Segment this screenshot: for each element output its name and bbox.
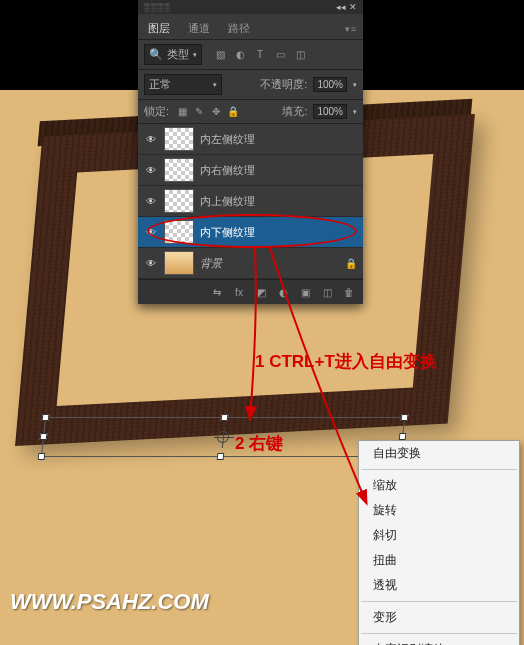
adjustment-layer-icon[interactable]: ◐ <box>275 284 291 300</box>
opacity-label: 不透明度: <box>260 77 307 92</box>
free-transform-bounds[interactable] <box>41 417 405 457</box>
panel-menu-icon[interactable]: ▾≡ <box>345 24 357 34</box>
chevron-down-icon: ▾ <box>193 51 197 59</box>
trash-icon[interactable]: 🗑 <box>341 284 357 300</box>
chevron-down-icon[interactable]: ▾ <box>353 108 357 116</box>
filter-kind-select[interactable]: 🔍 类型 ▾ <box>144 44 202 65</box>
lock-trans-icon[interactable]: ▦ <box>175 105 189 119</box>
visibility-eye-icon[interactable]: 👁 <box>144 134 158 145</box>
filter-smart-icon[interactable]: ◫ <box>292 47 308 63</box>
panel-drag-bar[interactable]: ░░░░ ◂◂ ✕ <box>138 0 363 14</box>
transform-handle-tl[interactable] <box>42 414 50 421</box>
context-menu-item[interactable]: 扭曲 <box>359 548 519 573</box>
transform-context-menu: 自由变换缩放旋转斜切扭曲透视变形内容识别缩放操控变形旋转 180 度 <box>358 440 520 645</box>
tab-paths[interactable]: 路径 <box>224 18 254 39</box>
layer-thumbnail[interactable] <box>164 158 194 182</box>
lock-row: 锁定: ▦ ✎ ✥ 🔒 填充: 100% ▾ <box>138 100 363 124</box>
context-menu-item[interactable]: 旋转 <box>359 498 519 523</box>
layer-list: 👁内左侧纹理👁内右侧纹理👁内上侧纹理👁内下侧纹理👁背景🔒 <box>138 124 363 279</box>
layer-thumbnail[interactable] <box>164 127 194 151</box>
layer-filter-row: 🔍 类型 ▾ ▧ ◐ T ▭ ◫ <box>138 40 363 70</box>
lock-label: 锁定: <box>144 104 169 119</box>
transform-handle-mr[interactable] <box>399 433 407 440</box>
fill-label: 填充: <box>282 104 307 119</box>
layer-name[interactable]: 内上侧纹理 <box>200 194 255 209</box>
blend-row: 正常 ▾ 不透明度: 100% ▾ <box>138 70 363 100</box>
search-icon: 🔍 <box>149 48 163 61</box>
visibility-eye-icon[interactable]: 👁 <box>144 258 158 269</box>
new-layer-icon[interactable]: ◫ <box>319 284 335 300</box>
watermark: WWW.PSAHZ.COM <box>10 589 209 615</box>
context-menu-item[interactable]: 斜切 <box>359 523 519 548</box>
context-menu-item[interactable]: 内容识别缩放 <box>359 637 519 645</box>
chevron-down-icon[interactable]: ▾ <box>353 81 357 89</box>
tab-layers[interactable]: 图层 <box>144 18 174 39</box>
tab-channels[interactable]: 通道 <box>184 18 214 39</box>
panel-tabs: 图层 通道 路径 ▾≡ <box>138 14 363 40</box>
context-menu-separator <box>361 469 517 470</box>
filter-type-icon[interactable]: T <box>252 47 268 63</box>
layer-name[interactable]: 内下侧纹理 <box>200 225 255 240</box>
lock-all-icon[interactable]: 🔒 <box>226 105 240 119</box>
filter-pixel-icon[interactable]: ▧ <box>212 47 228 63</box>
layer-thumbnail[interactable] <box>164 189 194 213</box>
link-layers-icon[interactable]: ⇆ <box>209 284 225 300</box>
fill-value[interactable]: 100% <box>313 104 347 119</box>
context-menu-item[interactable]: 透视 <box>359 573 519 598</box>
lock-position-icon[interactable]: ✥ <box>209 105 223 119</box>
filter-kind-label: 类型 <box>167 47 189 62</box>
context-menu-separator <box>361 601 517 602</box>
layer-name[interactable]: 内左侧纹理 <box>200 132 255 147</box>
layer-name[interactable]: 内右侧纹理 <box>200 163 255 178</box>
lock-indicator-icon: 🔒 <box>345 258 357 269</box>
transform-pivot[interactable] <box>216 431 229 443</box>
context-menu-separator <box>361 633 517 634</box>
layer-thumbnail[interactable] <box>164 220 194 244</box>
chevron-down-icon: ▾ <box>213 81 217 89</box>
layer-row[interactable]: 👁内上侧纹理 <box>138 186 363 217</box>
blend-mode-value: 正常 <box>149 77 171 92</box>
filter-adjust-icon[interactable]: ◐ <box>232 47 248 63</box>
layer-mask-icon[interactable]: ◩ <box>253 284 269 300</box>
transform-handle-tr[interactable] <box>401 414 409 421</box>
transform-handle-bl[interactable] <box>38 453 46 460</box>
blend-mode-select[interactable]: 正常 ▾ <box>144 74 222 95</box>
visibility-eye-icon[interactable]: 👁 <box>144 165 158 176</box>
annotation-step2: 2 右键 <box>235 432 283 455</box>
visibility-eye-icon[interactable]: 👁 <box>144 196 158 207</box>
annotation-step1: 1 CTRL+T进入自由变换 <box>255 350 437 373</box>
layer-group-icon[interactable]: ▣ <box>297 284 313 300</box>
collapse-icon[interactable]: ◂◂ ✕ <box>336 2 357 12</box>
panel-footer: ⇆ fx ◩ ◐ ▣ ◫ 🗑 <box>138 279 363 304</box>
lock-pixel-icon[interactable]: ✎ <box>192 105 206 119</box>
layers-panel: ░░░░ ◂◂ ✕ 图层 通道 路径 ▾≡ 🔍 类型 ▾ ▧ ◐ T ▭ ◫ 正… <box>138 0 363 304</box>
context-menu-item[interactable]: 变形 <box>359 605 519 630</box>
transform-handle-tm[interactable] <box>221 414 229 421</box>
visibility-eye-icon[interactable]: 👁 <box>144 227 158 238</box>
transform-handle-ml[interactable] <box>40 433 48 440</box>
layer-row[interactable]: 👁内左侧纹理 <box>138 124 363 155</box>
transform-handle-bm[interactable] <box>217 453 225 460</box>
layer-thumbnail[interactable] <box>164 251 194 275</box>
context-menu-item[interactable]: 自由变换 <box>359 441 519 466</box>
layer-row[interactable]: 👁内下侧纹理 <box>138 217 363 248</box>
layer-fx-icon[interactable]: fx <box>231 284 247 300</box>
layer-name[interactable]: 背景 <box>200 256 222 271</box>
layer-row[interactable]: 👁内右侧纹理 <box>138 155 363 186</box>
dock-grip-icon: ░░░░ <box>144 3 171 12</box>
filter-shape-icon[interactable]: ▭ <box>272 47 288 63</box>
layer-row[interactable]: 👁背景🔒 <box>138 248 363 279</box>
opacity-value[interactable]: 100% <box>313 77 347 92</box>
context-menu-item[interactable]: 缩放 <box>359 473 519 498</box>
